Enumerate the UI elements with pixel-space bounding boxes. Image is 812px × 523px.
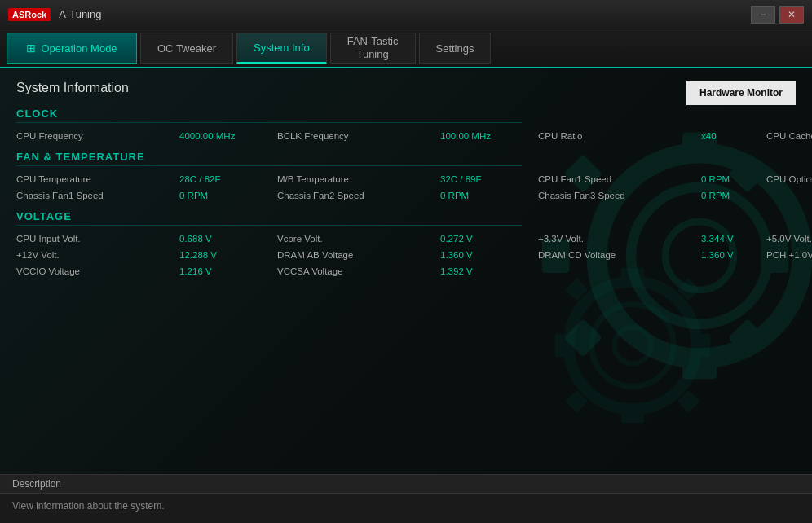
clock-section-header: CLOCK <box>16 108 522 123</box>
vccsa-label: VCCSA Voltage <box>277 265 440 278</box>
description-text: View information about the system. <box>0 494 812 518</box>
gear-decoration-2 <box>519 231 747 459</box>
dram-cd-value: 1.360 V <box>701 248 766 262</box>
chassis-fan2-label: Chassis Fan2 Speed <box>277 189 440 202</box>
svg-rect-17 <box>692 334 710 357</box>
tab-settings[interactable]: Settings <box>419 33 492 64</box>
cpu-input-volt-value: 0.688 V <box>179 232 277 245</box>
asrock-logo: ASRock <box>8 8 51 21</box>
cpu-input-volt-label: CPU Input Volt. <box>16 232 179 245</box>
tab-oc-tweaker-label: OC Tweaker <box>157 42 216 55</box>
dram-ab-label: DRAM AB Voltage <box>277 248 440 262</box>
cpu-cache-ratio-label: CPU Cache Ratio <box>766 130 812 143</box>
mb-temp-label: M/B Temperature <box>277 173 440 186</box>
app-title: A-Tuning <box>59 8 101 20</box>
cpu-fan1-label: CPU Fan1 Speed <box>538 173 701 186</box>
hardware-monitor-button[interactable]: Hardware Monitor <box>686 81 796 105</box>
logo-area: ASRock A-Tuning <box>8 8 101 21</box>
chassis-fan3-label: Chassis Fan3 Speed <box>538 189 701 202</box>
tab-fan-tastic-label: FAN-TasticTuning <box>347 35 399 60</box>
cpu-freq-value: 4000.00 MHz <box>179 130 277 143</box>
dram-cd-label: DRAM CD Voltage <box>538 248 701 262</box>
50v-volt-label: +5.0V Volt. <box>766 232 812 245</box>
vccsa-value: 1.392 V <box>440 265 538 278</box>
12v-volt-value: 12.288 V <box>179 248 277 262</box>
minimize-button[interactable]: − <box>751 6 775 24</box>
tab-settings-label: Settings <box>436 42 474 55</box>
33v-volt-value: 3.344 V <box>701 232 766 245</box>
grid-icon: ⊞ <box>26 42 36 55</box>
description-area: Description View information about the s… <box>0 474 812 523</box>
page-title: System Information <box>16 81 522 95</box>
12v-volt-label: +12V Volt. <box>16 248 179 262</box>
window-controls: − ✕ <box>751 6 804 24</box>
dram-ab-value: 1.360 V <box>440 248 538 262</box>
fan-temp-section-header: FAN & TEMPERATURE <box>16 151 522 166</box>
cpu-freq-label: CPU Frequency <box>16 130 179 143</box>
cpu-ratio-label: CPU Ratio <box>538 130 701 143</box>
close-button[interactable]: ✕ <box>779 6 804 24</box>
vccio-value: 1.216 V <box>179 265 277 278</box>
tab-operation-mode-label: Operation Mode <box>41 42 117 55</box>
bclk-freq-value: 100.00 MHz <box>440 130 538 143</box>
cpu-temp-label: CPU Temperature <box>16 173 179 186</box>
vccio-label: VCCIO Voltage <box>16 265 179 278</box>
bclk-freq-label: BCLK Frequency <box>277 130 440 143</box>
33v-volt-label: +3.3V Volt. <box>538 232 701 245</box>
svg-rect-15 <box>621 405 644 423</box>
cpu-ratio-value: x40 <box>701 130 766 143</box>
main-content: Hardware Monitor System Information CLOC… <box>0 68 812 474</box>
chassis-fan1-value: 0 RPM <box>179 189 277 202</box>
fan-empty-label <box>766 189 812 202</box>
tab-system-info-label: System Info <box>254 42 310 54</box>
tab-oc-tweaker[interactable]: OC Tweaker <box>140 33 233 64</box>
cpu-fan1-value: 0 RPM <box>701 173 766 186</box>
mb-temp-value: 32C / 89F <box>440 173 538 186</box>
sysinfo-panel: System Information CLOCK CPU Frequency 4… <box>0 68 538 297</box>
chassis-fan2-value: 0 RPM <box>440 189 538 202</box>
cpu-opt-fan-label: CPU Optional Fan Speed <box>766 173 812 186</box>
tab-operation-mode[interactable]: ⊞ Operation Mode <box>7 33 137 64</box>
fan-temp-grid: CPU Temperature 28C / 82F M/B Temperatur… <box>16 173 522 202</box>
vcore-volt-label: Vcore Volt. <box>277 232 440 245</box>
cpu-temp-value: 28C / 82F <box>179 173 277 186</box>
clock-grid: CPU Frequency 4000.00 MHz BCLK Frequency… <box>16 130 522 143</box>
svg-point-12 <box>592 305 674 387</box>
svg-point-11 <box>569 282 697 410</box>
chassis-fan1-label: Chassis Fan1 Speed <box>16 189 179 202</box>
vcore-volt-value: 0.272 V <box>440 232 538 245</box>
titlebar: ASRock A-Tuning − ✕ <box>0 0 812 29</box>
nav-tabs: ⊞ Operation Mode OC Tweaker System Info … <box>0 29 812 68</box>
description-title: Description <box>0 475 812 494</box>
voltage-grid: CPU Input Volt. 0.688 V Vcore Volt. 0.27… <box>16 232 522 278</box>
voltage-section-header: VOLTAGE <box>16 210 522 226</box>
svg-rect-16 <box>555 334 573 357</box>
tab-fan-tastic[interactable]: FAN-TasticTuning <box>330 33 416 64</box>
svg-rect-14 <box>621 268 644 286</box>
svg-point-13 <box>615 327 651 364</box>
pch-10v-label: PCH +1.0V Voltage <box>766 248 812 262</box>
chassis-fan3-value: 0 RPM <box>701 189 766 202</box>
tab-system-info[interactable]: System Info <box>236 33 327 64</box>
